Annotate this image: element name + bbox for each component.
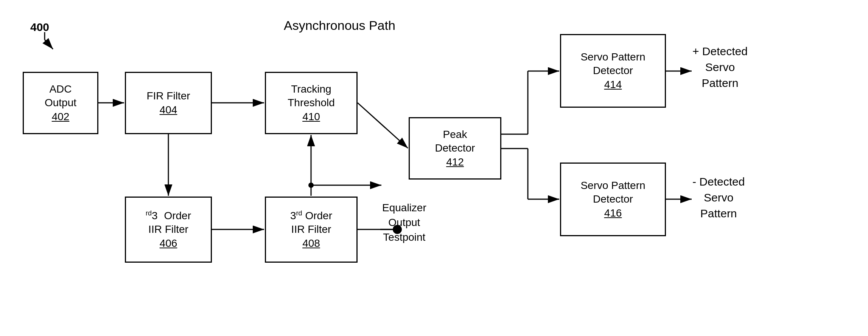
svg-point-14 <box>308 183 314 188</box>
block-iir2-line1: 3rd Order <box>290 209 332 223</box>
ref-label-400: 400 <box>30 21 49 34</box>
output-label-minus: - DetectedServoPattern <box>692 174 745 221</box>
block-servo416-num: 416 <box>604 206 622 220</box>
block-iir1-num: 406 <box>160 237 177 250</box>
block-servo416-line1: Servo Pattern <box>580 179 645 192</box>
block-servo414-line2: Detector <box>593 64 633 77</box>
block-iir2-line2: IIR Filter <box>291 223 331 236</box>
diagram-title: Asynchronous Path <box>284 18 395 33</box>
block-iir2: 3rd Order IIR Filter 408 <box>265 197 358 263</box>
block-servo416: Servo Pattern Detector 416 <box>560 163 666 236</box>
output-label-plus: + DetectedServoPattern <box>692 43 748 91</box>
svg-line-4 <box>45 40 53 49</box>
block-servo414-line1: Servo Pattern <box>580 50 645 64</box>
block-iir1-line1: rd3x Order <box>146 209 191 223</box>
block-peak-line1: Peak <box>443 128 467 141</box>
block-peak-num: 412 <box>446 155 464 169</box>
block-iir1-line2: IIR Filter <box>148 223 188 236</box>
diagram-container: 400 Asynchronous Path ADC Output 402 FIR… <box>0 0 868 336</box>
block-tracking-line2: Threshold <box>288 96 335 110</box>
block-iir1: rd3x Order IIR Filter 406 <box>125 197 212 263</box>
block-servo414: Servo Pattern Detector 414 <box>560 34 666 108</box>
block-adc: ADC Output 402 <box>23 72 98 134</box>
block-tracking: Tracking Threshold 410 <box>265 72 358 134</box>
block-adc-num: 402 <box>52 110 70 124</box>
block-adc-line1: ADC <box>49 82 72 96</box>
block-adc-line2: Output <box>45 96 76 110</box>
block-fir-num: 404 <box>160 103 177 117</box>
block-fir-line1: FIR Filter <box>146 89 190 103</box>
block-tracking-line1: Tracking <box>291 82 331 96</box>
block-servo416-line2: Detector <box>593 192 633 206</box>
svg-line-10 <box>358 103 408 148</box>
block-iir2-num: 408 <box>302 237 320 250</box>
block-servo414-num: 414 <box>604 78 622 91</box>
block-fir: FIR Filter 404 <box>125 72 212 134</box>
equalizer-testpoint-label: EqualizerOutputTestpoint <box>382 200 426 245</box>
block-tracking-num: 410 <box>302 110 320 124</box>
block-peak: Peak Detector 412 <box>409 117 501 180</box>
block-peak-line2: Detector <box>435 141 475 155</box>
